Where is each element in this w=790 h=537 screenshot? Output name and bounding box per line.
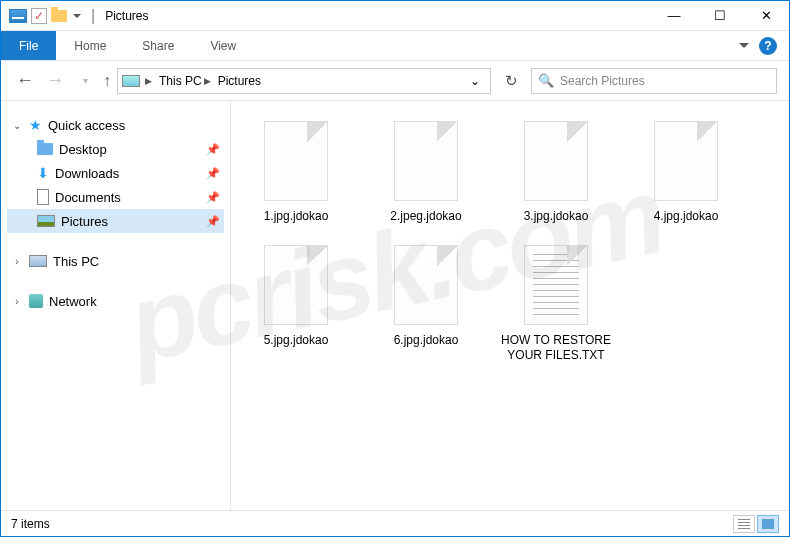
tree-network[interactable]: › Network <box>7 289 224 313</box>
address-dropdown-icon[interactable]: ⌄ <box>464 74 486 88</box>
pc-icon <box>29 255 47 267</box>
view-icons-button[interactable] <box>757 515 779 533</box>
documents-icon <box>37 189 49 205</box>
file-icon <box>394 121 458 201</box>
file-icon <box>264 245 328 325</box>
search-icon: 🔍 <box>538 73 554 88</box>
help-icon[interactable]: ? <box>759 37 777 55</box>
file-icon <box>654 121 718 201</box>
file-label: 1.jpg.jdokao <box>264 209 329 225</box>
view-details-button[interactable] <box>733 515 755 533</box>
back-button[interactable]: ← <box>13 70 37 91</box>
up-button[interactable]: ↑ <box>103 72 111 90</box>
status-bar: 7 items <box>1 510 789 536</box>
network-icon <box>29 294 43 308</box>
qat-properties-icon[interactable]: ✓ <box>31 8 47 24</box>
downloads-icon: ⬇ <box>37 165 49 181</box>
tree-desktop[interactable]: Desktop📌 <box>7 137 224 161</box>
star-icon: ★ <box>29 117 42 133</box>
collapse-icon[interactable]: ⌄ <box>11 120 23 131</box>
breadcrumb[interactable]: Pictures <box>216 74 263 88</box>
tree-this-pc[interactable]: › This PC <box>7 249 224 273</box>
pin-icon: 📌 <box>206 143 220 156</box>
file-icon <box>394 245 458 325</box>
file-item[interactable]: 6.jpg.jdokao <box>371 245 481 364</box>
navigation-bar: ← → ▾ ↑ ▶ This PC ▶ Pictures ⌄ ↻ 🔍 Searc… <box>1 61 789 101</box>
file-item[interactable]: 1.jpg.jdokao <box>241 121 351 225</box>
explorer-icon <box>9 9 27 23</box>
close-button[interactable]: ✕ <box>743 1 789 31</box>
file-label: 2.jpeg.jdokao <box>390 209 461 225</box>
forward-button[interactable]: → <box>43 70 67 91</box>
file-list[interactable]: 1.jpg.jdokao2.jpeg.jdokao3.jpg.jdokao4.j… <box>231 101 789 511</box>
desktop-icon <box>37 143 53 155</box>
pin-icon: 📌 <box>206 167 220 180</box>
ribbon: File Home Share View ? <box>1 31 789 61</box>
recent-dropdown-icon[interactable]: ▾ <box>73 75 97 86</box>
window-title: Pictures <box>105 9 148 23</box>
chevron-right-icon[interactable]: ▶ <box>145 76 152 86</box>
file-label: 6.jpg.jdokao <box>394 333 459 349</box>
tree-downloads[interactable]: ⬇ Downloads📌 <box>7 161 224 185</box>
navigation-tree[interactable]: ⌄ ★ Quick access Desktop📌 ⬇ Downloads📌 D… <box>1 101 231 511</box>
expand-icon[interactable]: › <box>11 296 23 307</box>
qat-newfolder-icon[interactable] <box>51 10 67 22</box>
file-item[interactable]: HOW TO RESTORE YOUR FILES.TXT <box>501 245 611 364</box>
file-item[interactable]: 4.jpg.jdokao <box>631 121 741 225</box>
file-item[interactable]: 2.jpeg.jdokao <box>371 121 481 225</box>
qat-dropdown-icon[interactable] <box>73 14 81 18</box>
file-icon <box>264 121 328 201</box>
pin-icon: 📌 <box>206 191 220 204</box>
title-separator: | <box>91 7 95 25</box>
file-label: 3.jpg.jdokao <box>524 209 589 225</box>
address-bar[interactable]: ▶ This PC ▶ Pictures ⌄ <box>117 68 491 94</box>
tree-quick-access[interactable]: ⌄ ★ Quick access <box>7 113 224 137</box>
titlebar: ✓ | Pictures — ☐ ✕ <box>1 1 789 31</box>
text-file-icon <box>524 245 588 325</box>
tab-view[interactable]: View <box>192 31 254 60</box>
tab-share[interactable]: Share <box>124 31 192 60</box>
tree-documents[interactable]: Documents📌 <box>7 185 224 209</box>
refresh-button[interactable]: ↻ <box>497 72 525 90</box>
file-label: HOW TO RESTORE YOUR FILES.TXT <box>501 333 611 364</box>
maximize-button[interactable]: ☐ <box>697 1 743 31</box>
file-label: 5.jpg.jdokao <box>264 333 329 349</box>
pictures-icon <box>37 215 55 227</box>
file-item[interactable]: 3.jpg.jdokao <box>501 121 611 225</box>
search-placeholder: Search Pictures <box>560 74 645 88</box>
file-item[interactable]: 5.jpg.jdokao <box>241 245 351 364</box>
file-tab[interactable]: File <box>1 31 56 60</box>
breadcrumb[interactable]: This PC ▶ <box>157 74 213 88</box>
item-count: 7 items <box>11 517 50 531</box>
tree-pictures[interactable]: Pictures📌 <box>7 209 224 233</box>
pin-icon: 📌 <box>206 215 220 228</box>
expand-ribbon-icon[interactable] <box>739 43 749 48</box>
tab-home[interactable]: Home <box>56 31 124 60</box>
pc-icon <box>122 75 140 87</box>
expand-icon[interactable]: › <box>11 256 23 267</box>
file-icon <box>524 121 588 201</box>
file-label: 4.jpg.jdokao <box>654 209 719 225</box>
search-input[interactable]: 🔍 Search Pictures <box>531 68 777 94</box>
minimize-button[interactable]: — <box>651 1 697 31</box>
